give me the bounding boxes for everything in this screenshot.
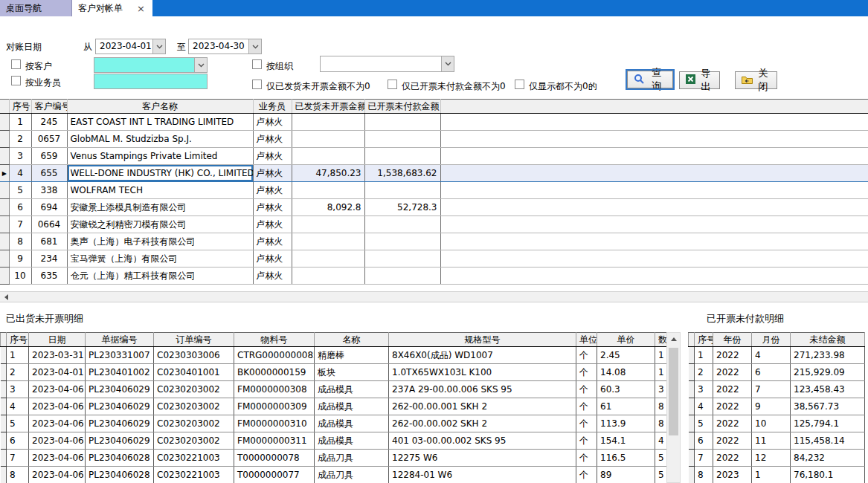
table-row[interactable]: 10635仓元（上海）精工科技有限公司卢林火 [0, 268, 868, 285]
cell[interactable]: PL230406029 [86, 415, 154, 432]
column-header[interactable]: 客户编号 [31, 100, 67, 114]
cell[interactable]: 1 [7, 347, 29, 364]
table-row[interactable]: 32023-04-06PL230406029C0230203002FM00000… [1, 381, 667, 398]
row-selector[interactable] [0, 199, 9, 216]
row-selector[interactable] [0, 250, 9, 268]
cell[interactable]: 1 [655, 364, 667, 381]
cell[interactable]: C0230203002 [154, 381, 234, 398]
cell[interactable] [364, 216, 440, 233]
cell[interactable]: 12275 W6 [389, 450, 576, 467]
table-row[interactable]: 82023-04-06PL230406028C0230221003T000000… [1, 467, 667, 483]
cell[interactable]: 116.5 [597, 450, 655, 467]
cell[interactable]: 卢林火 [253, 148, 292, 165]
cell[interactable]: 精磨棒 [315, 347, 389, 364]
only-all-nonzero-checkbox[interactable] [515, 80, 524, 89]
cell[interactable]: 成品模具 [315, 432, 389, 450]
cell[interactable]: 6 [695, 432, 713, 450]
cell[interactable]: CTRG0000000085 [234, 347, 315, 364]
export-button[interactable]: 导出 [679, 71, 720, 89]
vertical-scrollbar[interactable] [666, 332, 681, 483]
cell[interactable]: 安徽景上添模具制造有限公司 [67, 199, 253, 216]
cell[interactable]: 76,180.1 [791, 467, 865, 483]
cell[interactable]: 0657 [31, 131, 67, 148]
row-selector[interactable] [0, 148, 9, 165]
cell[interactable]: 7 [752, 381, 791, 398]
tab-customer-statement[interactable]: 客户对帐单 × [72, 0, 152, 16]
row-selector[interactable] [0, 182, 9, 199]
cell[interactable]: FM0000000308 [234, 381, 315, 398]
cell[interactable]: 2023-04-06 [29, 432, 86, 450]
date-to-combo[interactable]: 2023-04-30 [188, 39, 262, 54]
table-row[interactable]: 720221284,232 [689, 450, 865, 467]
cell[interactable]: 123,458.43 [791, 381, 865, 398]
cell[interactable]: 38,567.73 [791, 398, 865, 415]
cell[interactable]: 个 [576, 467, 597, 483]
table-row[interactable]: 9234宝马弹簧（上海）有限公司卢林火 [0, 250, 868, 268]
cell[interactable]: 个 [576, 415, 597, 432]
cell[interactable]: 84,232 [791, 450, 865, 467]
cell[interactable] [364, 131, 440, 148]
cell[interactable]: C0230221003 [154, 450, 234, 467]
column-header[interactable]: 序号 [9, 100, 31, 114]
cell[interactable]: 60.3 [597, 381, 655, 398]
cell[interactable]: EAST COAST INT L TRADING LIMITED [67, 114, 253, 131]
cell[interactable]: WOLFRAM TECH [67, 182, 253, 199]
cell[interactable]: PL230331007 [86, 347, 154, 364]
chevron-down-icon[interactable] [152, 39, 165, 54]
cell[interactable] [292, 182, 364, 199]
cell[interactable]: 4 [9, 165, 31, 182]
cell[interactable]: 694 [31, 199, 67, 216]
cell[interactable] [364, 148, 440, 165]
cell[interactable]: 2022 [713, 432, 752, 450]
table-row[interactable]: 120224271,233.98 [689, 347, 865, 364]
row-selector[interactable] [0, 131, 9, 148]
cell[interactable]: 2023-04-06 [29, 381, 86, 398]
cell[interactable]: 安徽锐之利精密刀模有限公司 [67, 216, 253, 233]
customer-combo[interactable] [94, 57, 208, 73]
row-selector[interactable] [1, 398, 7, 415]
cell[interactable]: T0000000078 [234, 450, 315, 467]
table-row[interactable]: 42022938,567.73 [689, 398, 865, 415]
cell[interactable]: C0230401001 [154, 364, 234, 381]
cell[interactable]: 8 [9, 233, 31, 250]
column-header[interactable]: 订单编号 [154, 333, 234, 347]
cell[interactable]: 7 [9, 216, 31, 233]
cell[interactable]: 2 [7, 364, 29, 381]
cell[interactable]: 338 [31, 182, 67, 199]
cell[interactable]: 6 [9, 199, 31, 216]
cell[interactable]: 245 [31, 114, 67, 131]
row-selector[interactable] [1, 364, 7, 381]
cell[interactable]: T0000000077 [234, 467, 315, 483]
cell[interactable] [364, 114, 440, 131]
table-row[interactable]: 8681奥声（上海）电子科技有限公司卢林火 [0, 233, 868, 250]
cell[interactable]: 61 [597, 398, 655, 415]
table-row[interactable]: 70664安徽锐之利精密刀模有限公司卢林火 [0, 216, 868, 233]
cell[interactable] [364, 182, 440, 199]
cell[interactable]: 成品刀具 [315, 450, 389, 467]
cell[interactable]: 1,538,683.62 [364, 165, 440, 182]
cell[interactable]: FM0000000309 [234, 398, 315, 415]
row-selector[interactable] [689, 415, 695, 432]
cell[interactable]: 9 [9, 250, 31, 268]
table-row[interactable]: 6202211115,458.14 [689, 432, 865, 450]
cell[interactable]: C0230221003 [154, 467, 234, 483]
cell[interactable]: 8 [655, 415, 667, 432]
row-selector[interactable] [1, 432, 7, 450]
cell[interactable]: 115,458.14 [791, 432, 865, 450]
by-customer-checkbox[interactable] [11, 59, 21, 69]
table-row[interactable]: 42023-04-06PL230406029C0230203002FM00000… [1, 398, 667, 415]
cell[interactable]: C0230303006 [154, 347, 234, 364]
column-header[interactable]: 单位 [576, 333, 597, 347]
cell[interactable]: 2022 [713, 364, 752, 381]
cell[interactable]: 2.45 [597, 347, 655, 364]
cell[interactable] [364, 268, 440, 285]
by-salesman-checkbox[interactable] [11, 76, 21, 85]
cell[interactable]: C0230203002 [154, 432, 234, 450]
cell[interactable]: 2023-04-06 [29, 450, 86, 467]
cell[interactable]: 2023 [713, 467, 752, 483]
row-selector[interactable] [1, 347, 7, 364]
column-header[interactable]: 未结金额 [791, 333, 865, 347]
column-header[interactable]: 数 [655, 333, 667, 347]
cell[interactable]: PL230406029 [86, 432, 154, 450]
row-selector[interactable] [0, 233, 9, 250]
